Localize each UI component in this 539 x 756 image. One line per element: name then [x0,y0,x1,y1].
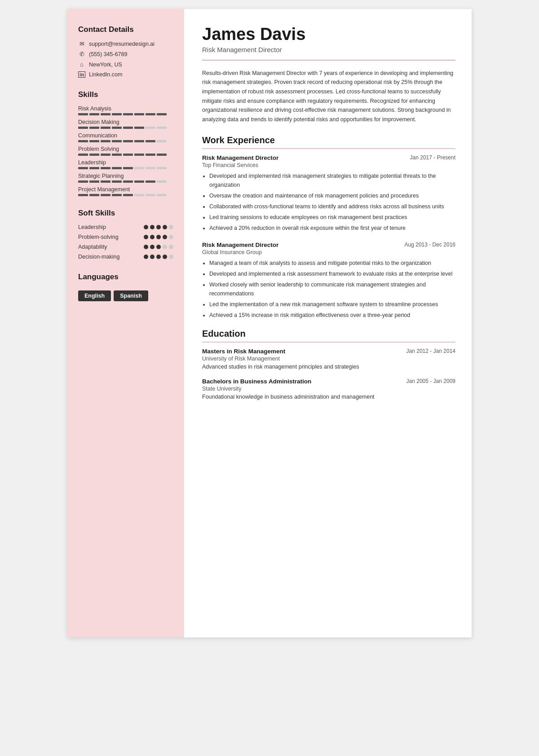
dot-container [144,235,173,239]
dot-empty [169,245,173,249]
skill-segment-filled [89,194,99,196]
edu-desc: Advanced studies in risk management prin… [202,364,455,370]
skill-segment-filled [134,154,144,156]
candidate-name: James Davis [202,25,455,44]
dot-filled [156,225,161,229]
skill-segment-filled [101,167,110,169]
skill-segment-filled [146,140,155,142]
skill-segment-filled [101,140,110,142]
skill-segment-filled [78,113,88,115]
skill-segment-filled [101,113,110,115]
skill-segment-filled [123,113,133,115]
job-header: Risk Management DirectorJan 2017 - Prese… [202,154,455,161]
list-item: Managed a team of risk analysts to asses… [209,259,455,268]
skill-segment-empty [157,167,167,169]
skill-segment-filled [89,154,99,156]
skill-segment-filled [89,127,99,129]
skill-segment-filled [112,154,122,156]
dot-filled [156,235,161,239]
soft-skill-name: Leadership [78,224,106,230]
skill-segment-filled [112,140,122,142]
dot-filled [144,235,148,239]
soft-skill-row: Adaptability [78,244,173,250]
summary-text: Results-driven Risk Management Director … [202,69,455,124]
skill-name: Problem Solving [78,146,173,152]
dot-filled [144,225,148,229]
skill-bar [78,154,173,156]
skill-segment-empty [134,167,144,169]
skill-segment-filled [89,140,99,142]
dot-filled [144,255,148,259]
skill-segment-filled [146,113,155,115]
skills-title: Skills [78,90,173,99]
job-title: Risk Management Director [202,242,278,248]
dot-filled [144,245,148,249]
list-item: Achieved a 20% reduction in overall risk… [209,224,455,233]
languages-list: EnglishSpanish [78,288,173,301]
dot-container [144,245,173,249]
skill-segment-filled [78,140,88,142]
list-item: Collaborated with cross-functional teams… [209,202,455,211]
dot-filled [150,245,155,249]
dot-empty [169,225,173,229]
dot-empty [163,245,167,249]
skill-segment-filled [89,180,99,183]
phone-value: (555) 345-6789 [89,51,127,57]
skill-bar [78,113,173,115]
skill-segment-filled [78,167,88,169]
skill-segment-filled [123,194,133,196]
dot-filled [163,255,167,259]
job-dates: Aug 2013 - Dec 2016 [405,242,455,248]
edu-header: Masters in Risk ManagementJan 2012 - Jan… [202,348,455,355]
skill-segment-filled [134,113,144,115]
language-tag: Spanish [114,290,148,301]
soft-skill-row: Leadership [78,224,173,230]
soft-skill-row: Decision-making [78,254,173,260]
skill-name: Project Management [78,186,173,193]
candidate-title: Risk Management Director [202,46,455,53]
main-content: James Davis Risk Management Director Res… [184,9,472,637]
languages-title: Languages [78,273,173,281]
header-divider [202,60,455,61]
skill-segment-filled [101,154,110,156]
list-item: Oversaw the creation and maintenance of … [209,191,455,200]
skill-name: Communication [78,132,173,139]
job-header: Risk Management DirectorAug 2013 - Dec 2… [202,242,455,248]
edu-degree: Bachelors in Business Administration [202,378,311,385]
skill-bar [78,140,173,142]
linkedin-icon: in [78,71,85,78]
dot-container [144,225,173,229]
skill-segment-empty [146,194,155,196]
job-company: Top Financial Services [202,162,455,168]
email-icon: ✉ [78,40,85,47]
skill-segment-empty [134,194,144,196]
skill-segment-filled [134,140,144,142]
edu-dates: Jan 2012 - Jan 2014 [406,348,455,354]
list-item: Worked closely with senior leadership to… [209,280,455,298]
dot-empty [169,255,173,259]
skill-segment-filled [78,194,88,196]
skill-bar [78,127,173,129]
dot-filled [163,225,167,229]
list-item: Led training sessions to educate employe… [209,213,455,222]
job-bullets: Managed a team of risk analysts to asses… [202,259,455,320]
soft-skill-name: Problem-solving [78,234,119,240]
skill-name: Leadership [78,159,173,166]
skill-segment-filled [123,154,133,156]
edu-school: University of Risk Management [202,356,455,362]
skill-segment-filled [112,113,122,115]
skill-segment-empty [146,127,155,129]
skill-segment-empty [146,167,155,169]
work-experience-title: Work Experience [202,135,455,149]
soft-skills-title: Soft Skills [78,209,173,218]
phone-icon: ✆ [78,51,85,57]
skill-segment-filled [123,127,133,129]
dot-container [144,255,173,259]
sidebar: Contact Details ✉ support@resumedesign.a… [67,9,184,637]
job-bullets: Developed and implemented risk managemen… [202,171,455,233]
skill-segment-filled [146,180,155,183]
job-dates: Jan 2017 - Present [410,154,455,161]
dot-filled [150,225,155,229]
edu-header: Bachelors in Business AdministrationJan … [202,378,455,385]
soft-skills-list: LeadershipProblem-solvingAdaptabilityDec… [78,224,173,260]
